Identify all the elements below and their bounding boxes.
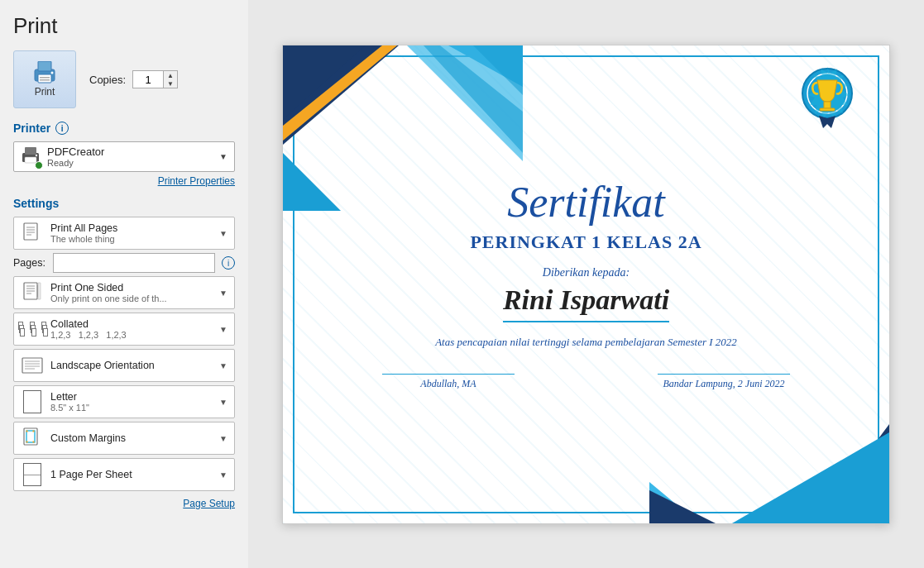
svg-rect-21	[38, 283, 41, 299]
printer-select[interactable]: PDFCreator Ready ▼	[13, 141, 235, 172]
print-button[interactable]: Print	[13, 50, 76, 108]
svg-rect-10	[24, 223, 37, 240]
cert-sig-1-line	[382, 374, 515, 375]
right-preview: Sertifikat PERINGKAT 1 KELAS 2A Diberika…	[248, 0, 924, 568]
copies-spinners: ▲ ▼	[163, 71, 177, 88]
setting-print-all-title: Print All Pages	[50, 222, 216, 234]
printer-dropdown-arrow: ▼	[219, 152, 227, 161]
svg-rect-29	[26, 431, 28, 432]
printer-info: PDFCreator Ready	[47, 146, 216, 168]
left-panel: Print Print Copies: 1 ▲ ▼	[0, 0, 248, 568]
setting-collated[interactable]: Collated 1,2,3 1,2,3 1,2,3 ▼	[13, 313, 235, 346]
page-title: Print	[13, 13, 235, 39]
cert-sig-2-line	[658, 374, 790, 375]
printer-icon-wrap	[21, 147, 41, 167]
cert-badge	[790, 62, 864, 136]
letter-icon	[21, 390, 44, 413]
setting-collated-desc: 1,2,3 1,2,3 1,2,3	[50, 330, 216, 340]
settings-section: Settings Print All Pages The whole thing…	[13, 197, 235, 509]
print-btn-container: Print Copies: 1 ▲ ▼	[13, 50, 235, 108]
setting-letter-desc: 8.5" x 11"	[50, 403, 216, 413]
print-button-label: Print	[35, 86, 55, 98]
settings-section-heading: Settings	[13, 197, 235, 210]
svg-rect-4	[40, 79, 50, 81]
collated-icon	[21, 317, 44, 341]
cert-subtitle: PERINGKAT 1 KELAS 2A	[470, 231, 701, 253]
setting-one-sided[interactable]: Print One Sided Only print on one side o…	[13, 276, 235, 309]
setting-letter-text: Letter 8.5" x 11"	[50, 391, 216, 413]
cert-diberikan: Diberikan kepada:	[543, 266, 630, 279]
pages-input[interactable]	[53, 253, 215, 273]
cert-sig-1-name: Abdullah, MA	[420, 378, 476, 390]
setting-landscape-text: Landscape Orientation	[50, 360, 216, 371]
setting-collated-text: Collated 1,2,3 1,2,3 1,2,3	[50, 318, 216, 340]
copies-spin-down[interactable]: ▼	[164, 79, 177, 88]
per-sheet-icon	[21, 463, 44, 486]
setting-print-all-text: Print All Pages The whole thing	[50, 222, 216, 244]
svg-rect-48	[820, 108, 835, 111]
copies-label: Copies:	[89, 74, 126, 86]
copies-spin-up[interactable]: ▲	[164, 71, 177, 79]
printer-status: Ready	[47, 158, 216, 168]
setting-collated-arrow: ▼	[219, 325, 227, 334]
custom-margins-icon	[21, 427, 44, 450]
setting-per-sheet[interactable]: 1 Page Per Sheet ▼	[13, 458, 235, 491]
setting-print-all-desc: The whole thing	[50, 234, 216, 244]
certificate-preview: Sertifikat PERINGKAT 1 KELAS 2A Diberika…	[282, 45, 890, 524]
copies-input-wrap: 1 ▲ ▼	[132, 70, 178, 88]
page-setup-link[interactable]: Page Setup	[13, 498, 235, 509]
cert-recipient: Rini Isparwati	[503, 284, 669, 322]
pages-info-icon[interactable]: i	[222, 256, 235, 270]
one-sided-icon	[21, 281, 44, 304]
setting-one-sided-title: Print One Sided	[50, 282, 216, 294]
cert-signatures: Abdullah, MA Bandar Lampung, 2 Juni 2022	[349, 374, 823, 390]
svg-point-9	[36, 154, 37, 155]
setting-collated-title: Collated	[50, 318, 216, 330]
svg-rect-30	[33, 431, 35, 432]
setting-letter[interactable]: Letter 8.5" x 11" ▼	[13, 385, 235, 418]
settings-label: Settings	[13, 197, 59, 210]
svg-point-5	[51, 72, 54, 74]
svg-rect-8	[25, 157, 36, 163]
cert-sig-2-name: Bandar Lampung, 2 Juni 2022	[663, 378, 785, 390]
landscape-icon	[21, 354, 44, 377]
printer-properties-link[interactable]: Printer Properties	[13, 175, 235, 187]
svg-rect-2	[38, 74, 51, 83]
setting-print-all-arrow: ▼	[219, 229, 227, 238]
pages-row: Pages: i	[13, 253, 235, 273]
printer-label: Printer	[13, 122, 50, 135]
svg-rect-3	[40, 77, 50, 79]
svg-rect-47	[824, 102, 831, 108]
printer-section: Printer i PDFCreator Ready ▼ Printer Pro…	[13, 122, 235, 187]
cert-sig-1: Abdullah, MA	[382, 374, 515, 390]
printer-section-heading: Printer i	[13, 122, 235, 135]
svg-rect-32	[33, 442, 35, 443]
printer-info-icon[interactable]: i	[55, 122, 69, 135]
setting-custom-margins[interactable]: Custom Margins ▼	[13, 422, 235, 455]
setting-one-sided-arrow: ▼	[219, 289, 227, 298]
setting-letter-arrow: ▼	[219, 398, 227, 407]
pages-label: Pages:	[13, 257, 46, 269]
setting-custom-margins-arrow: ▼	[219, 434, 227, 443]
printer-icon	[31, 61, 58, 84]
svg-rect-31	[26, 442, 28, 443]
setting-one-sided-text: Print One Sided Only print on one side o…	[50, 282, 216, 303]
setting-custom-margins-text: Custom Margins	[50, 432, 216, 444]
cert-desc: Atas pencapaian nilai tertinggi selama p…	[435, 336, 737, 349]
setting-custom-margins-title: Custom Margins	[50, 432, 216, 444]
page-icon	[21, 222, 44, 245]
cert-title: Sertifikat	[507, 178, 665, 227]
svg-rect-1	[38, 61, 51, 71]
setting-per-sheet-title: 1 Page Per Sheet	[50, 469, 216, 480]
setting-one-sided-desc: Only print on one side of th...	[50, 294, 216, 303]
printer-name: PDFCreator	[47, 146, 216, 158]
setting-print-all-pages[interactable]: Print All Pages The whole thing ▼	[13, 217, 235, 250]
setting-per-sheet-text: 1 Page Per Sheet	[50, 469, 216, 480]
printer-ready-badge	[35, 161, 43, 169]
copies-input[interactable]: 1	[133, 71, 163, 88]
setting-landscape[interactable]: Landscape Orientation ▼	[13, 349, 235, 382]
copies-container: Copies: 1 ▲ ▼	[89, 70, 178, 88]
svg-rect-7	[25, 147, 36, 155]
cert-sig-2: Bandar Lampung, 2 Juni 2022	[658, 374, 790, 390]
svg-rect-22	[22, 358, 42, 373]
